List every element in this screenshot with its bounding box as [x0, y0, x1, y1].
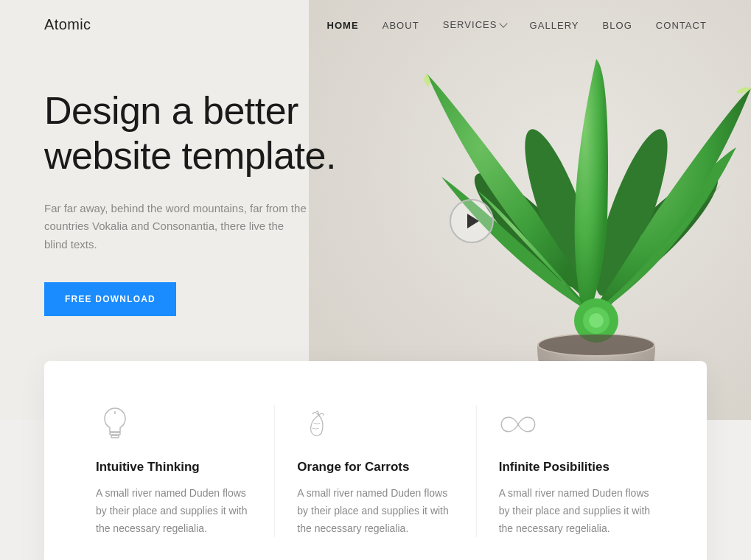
chevron-down-icon: [499, 19, 507, 27]
hero-content: Design a better website template. Far fa…: [44, 88, 368, 316]
svg-point-9: [589, 313, 604, 328]
nav-gallery[interactable]: GALLERY: [530, 20, 579, 31]
lightbulb-icon: [96, 405, 134, 444]
hero-plant-image: [309, 0, 751, 420]
feature-card-3: Infinite Posibilities A small river name…: [477, 405, 677, 537]
play-button[interactable]: [450, 199, 494, 243]
card-3-text: A small river named Duden flows by their…: [499, 485, 655, 537]
hero-title: Design a better website template.: [44, 88, 368, 179]
nav-home[interactable]: HOME: [327, 20, 359, 31]
free-download-button[interactable]: FREE DOWNLOAD: [44, 282, 176, 316]
card-1-title: Intuitive Thinking: [96, 460, 252, 475]
nav-links: HOME ABOUT SERVICES GALLERY BLOG CONTACT: [327, 18, 707, 32]
site-logo[interactable]: Atomic: [44, 16, 91, 33]
card-2-title: Orange for Carrots: [297, 460, 453, 475]
card-2-text: A small river named Duden flows by their…: [297, 485, 453, 537]
svg-rect-11: [110, 433, 120, 435]
hero-subtitle: Far far away, behind the word mountains,…: [44, 200, 310, 254]
hero-section: Design a better website template. Far fa…: [0, 0, 751, 420]
svg-point-10: [539, 335, 654, 355]
carrot-icon: [297, 405, 335, 444]
infinity-icon: [499, 405, 537, 444]
nav-contact[interactable]: CONTACT: [656, 20, 707, 31]
card-3-title: Infinite Posibilities: [499, 460, 655, 475]
nav-services[interactable]: SERVICES: [443, 19, 506, 30]
svg-rect-12: [111, 435, 119, 438]
card-1-text: A small river named Duden flows by their…: [96, 485, 252, 537]
feature-card-1: Intuitive Thinking A small river named D…: [74, 405, 275, 537]
features-section: Intuitive Thinking A small river named D…: [44, 361, 707, 560]
nav-blog[interactable]: BLOG: [603, 20, 632, 31]
play-icon: [467, 214, 479, 228]
nav-about[interactable]: ABOUT: [383, 20, 419, 31]
navbar: Atomic HOME ABOUT SERVICES GALLERY BLOG …: [0, 0, 751, 49]
feature-card-2: Orange for Carrots A small river named D…: [275, 405, 476, 537]
